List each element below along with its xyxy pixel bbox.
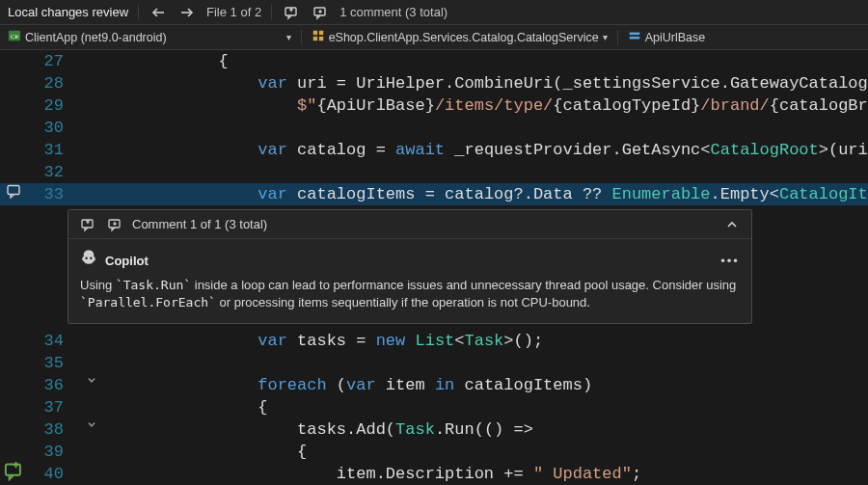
line-number: 34 xyxy=(27,330,73,352)
svg-rect-5 xyxy=(319,31,323,35)
review-toolbar: Local changes review File 1 of 2 1 comme… xyxy=(0,0,868,25)
line-number: 35 xyxy=(27,352,73,374)
code-line: 31 var catalog = await _requestProvider.… xyxy=(0,139,868,161)
svg-text:C#: C# xyxy=(11,33,19,40)
breadcrumb-member[interactable]: ApiUrlBase xyxy=(624,27,710,48)
review-title: Local changes review xyxy=(8,5,128,19)
prev-comment-button[interactable] xyxy=(78,215,97,234)
code-line: 27 { xyxy=(0,50,868,72)
code-line-active: 33 var catalogItems = catalog?.Data ?? E… xyxy=(0,183,868,205)
code-editor[interactable]: 27 { 28 var uri = UriHelper.CombineUri(_… xyxy=(0,50,868,485)
line-comment-glyph[interactable] xyxy=(0,183,27,199)
copilot-icon xyxy=(80,249,97,273)
svg-rect-8 xyxy=(629,33,639,36)
add-comment-button[interactable] xyxy=(4,462,23,481)
prev-comment-button[interactable] xyxy=(282,3,301,22)
svg-rect-4 xyxy=(312,31,316,35)
line-number: 36 xyxy=(27,374,73,396)
fold-toggle[interactable] xyxy=(83,418,100,430)
comment-panel-header: Comment 1 of 1 (3 total) xyxy=(68,210,751,239)
breadcrumb-type[interactable]: eShop.ClientApp.Services.Catalog.Catalog… xyxy=(308,27,611,48)
next-file-button[interactable] xyxy=(177,3,197,22)
code-line: 36 foreach (var item in catalogItems) xyxy=(0,374,868,396)
breadcrumb-bar: C# ClientApp (net9.0-android) ▾ eShop.Cl… xyxy=(0,25,868,50)
class-icon xyxy=(312,29,325,45)
file-counter: File 1 of 2 xyxy=(206,5,261,19)
line-number: 28 xyxy=(27,72,73,94)
csharp-project-icon: C# xyxy=(8,29,21,45)
code-line: 35 xyxy=(0,352,868,374)
line-number: 32 xyxy=(27,161,73,183)
line-number: 27 xyxy=(27,50,73,72)
comment-more-button[interactable]: ••• xyxy=(720,252,740,271)
field-icon xyxy=(628,29,641,45)
code-line: 34 var tasks = new List<Task>(); xyxy=(0,330,868,352)
collapse-panel-button[interactable] xyxy=(722,215,742,234)
separator xyxy=(271,5,272,20)
line-number: 39 xyxy=(27,441,73,463)
prev-file-button[interactable] xyxy=(149,3,168,22)
comment-text: Using `Task.Run` inside a loop can lead … xyxy=(80,277,740,311)
svg-rect-9 xyxy=(629,37,639,40)
fold-toggle[interactable] xyxy=(83,374,100,386)
next-comment-button[interactable] xyxy=(311,3,330,22)
line-number: 30 xyxy=(27,117,73,139)
separator xyxy=(301,30,302,45)
comment-panel: Comment 1 of 1 (3 total) Copilot ••• Usi… xyxy=(68,209,752,324)
comment-position-label: Comment 1 of 1 (3 total) xyxy=(132,213,267,235)
svg-rect-7 xyxy=(319,37,323,40)
line-number: 40 xyxy=(27,463,73,485)
line-number: 29 xyxy=(27,94,73,117)
separator xyxy=(138,5,139,20)
svg-rect-10 xyxy=(8,186,19,195)
inline-comment-container: Comment 1 of 1 (3 total) Copilot ••• Usi… xyxy=(0,205,868,330)
line-number: 31 xyxy=(27,139,73,161)
svg-rect-6 xyxy=(312,37,316,40)
comment-panel-body: Copilot ••• Using `Task.Run` inside a lo… xyxy=(68,239,751,323)
code-line: 39 { xyxy=(0,441,868,463)
code-line: 38 tasks.Add(Task.Run(() => xyxy=(0,418,868,441)
separator xyxy=(617,30,618,45)
line-number: 33 xyxy=(27,183,73,205)
comment-author: Copilot xyxy=(105,250,149,272)
breadcrumb-project[interactable]: C# ClientApp (net9.0-android) ▾ xyxy=(4,27,295,48)
comment-counter: 1 comment (3 total) xyxy=(339,5,448,19)
code-line: 40 item.Description += " Updated"; xyxy=(0,463,868,485)
code-line: 32 xyxy=(0,161,868,183)
next-comment-button[interactable] xyxy=(105,215,124,234)
code-line: 28 var uri = UriHelper.CombineUri(_setti… xyxy=(0,72,868,94)
svg-rect-13 xyxy=(6,465,20,475)
code-line: 37 { xyxy=(0,396,868,418)
line-number: 37 xyxy=(27,396,73,418)
line-number: 38 xyxy=(27,418,73,441)
chevron-down-icon: ▾ xyxy=(603,32,608,42)
code-line: 29 $"{ApiUrlBase}/items/type/{catalogTyp… xyxy=(0,94,868,117)
chevron-down-icon: ▾ xyxy=(286,32,291,42)
code-line: 30 xyxy=(0,117,868,139)
